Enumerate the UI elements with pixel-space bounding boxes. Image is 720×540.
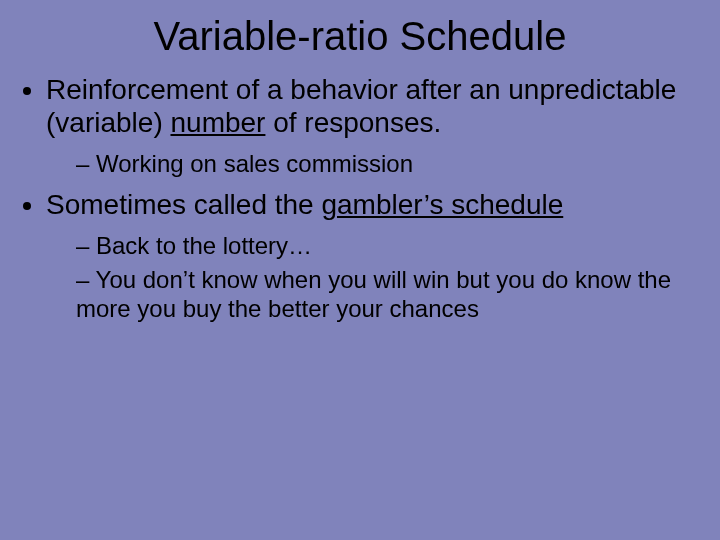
- bullet-1-text-post: of responses.: [265, 107, 441, 138]
- bullet-2: Sometimes called the gambler’s schedule …: [46, 188, 702, 323]
- bullet-2-text-underline: gambler’s schedule: [321, 189, 563, 220]
- bullet-2-sub-1: Back to the lottery…: [76, 231, 702, 260]
- bullet-2-sub-2-text: You don’t know when you will win but you…: [76, 266, 671, 322]
- bullet-1-sub-1: Working on sales commission: [76, 149, 702, 178]
- bullet-1: Reinforcement of a behavior after an unp…: [46, 73, 702, 178]
- bullet-list: Reinforcement of a behavior after an unp…: [18, 73, 702, 323]
- bullet-2-sub-1-text: Back to the lottery…: [96, 232, 312, 259]
- bullet-1-text-underline: number: [170, 107, 265, 138]
- bullet-2-text-pre: Sometimes called the: [46, 189, 321, 220]
- bullet-1-sublist: Working on sales commission: [46, 149, 702, 178]
- slide: Variable-ratio Schedule Reinforcement of…: [0, 0, 720, 540]
- slide-title: Variable-ratio Schedule: [18, 14, 702, 59]
- bullet-2-sublist: Back to the lottery… You don’t know when…: [46, 231, 702, 323]
- bullet-2-sub-2: You don’t know when you will win but you…: [76, 265, 702, 324]
- bullet-1-sub-1-text: Working on sales commission: [96, 150, 413, 177]
